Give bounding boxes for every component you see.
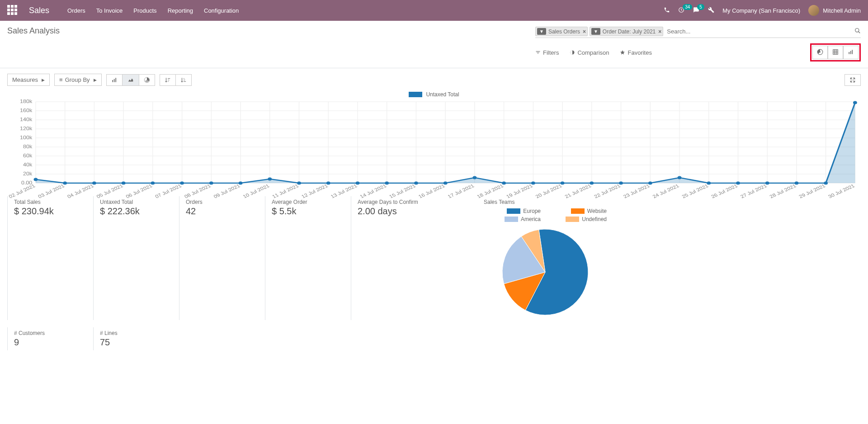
svg-text:19 Jul 2021: 19 Jul 2021 [505,183,533,199]
favorites-button[interactable]: Favorites [620,49,651,56]
kpi-total-sales: Total Sales $ 230.94k [7,196,93,320]
apps-icon[interactable] [7,5,18,16]
svg-text:80k: 80k [23,144,33,149]
dashboard-view-button[interactable] [812,46,828,59]
svg-rect-7 [850,51,851,54]
svg-text:03 Jul 2021: 03 Jul 2021 [37,183,66,199]
svg-point-83 [648,182,652,185]
search-input[interactable] [665,26,852,37]
svg-point-68 [209,182,213,185]
svg-point-69 [239,182,243,185]
svg-point-88 [795,182,799,185]
kpi-orders: Orders 42 [179,196,265,320]
company-selector[interactable]: My Company (San Francisco) [722,7,800,14]
brand-title[interactable]: Sales [29,6,49,15]
svg-point-64 [92,182,96,185]
menu-orders[interactable]: Orders [67,7,85,14]
svg-point-62 [34,178,38,181]
svg-point-86 [736,182,740,185]
pie-container: Sales Teams Europe Website America Undef… [477,196,613,320]
filter-chip-label: Order Date: July 2021 [603,28,656,35]
user-name: Mitchell Admin [823,7,861,14]
sort-desc-button[interactable] [160,74,176,86]
svg-point-71 [297,182,301,185]
phone-icon[interactable] [664,7,670,14]
svg-point-72 [326,182,330,185]
legend-swatch [409,92,422,97]
svg-text:20k: 20k [23,171,33,176]
svg-rect-11 [115,78,116,82]
svg-point-63 [63,182,67,185]
main-menu: Orders To Invoice Products Reporting Con… [67,7,239,14]
svg-point-4 [820,51,821,52]
sort-asc-button[interactable] [176,74,192,86]
svg-text:15 Jul 2021: 15 Jul 2021 [388,183,417,199]
svg-point-87 [765,182,769,185]
svg-rect-5 [833,49,838,54]
svg-text:140k: 140k [20,117,33,122]
svg-point-73 [356,182,360,185]
comparison-button[interactable]: Comparison [570,49,609,56]
svg-point-70 [268,178,272,181]
svg-text:11 Jul 2021: 11 Jul 2021 [271,183,300,199]
svg-point-66 [151,182,155,185]
svg-text:02 Jul 2021: 02 Jul 2021 [8,183,36,199]
menu-configuration[interactable]: Configuration [204,7,239,14]
line-chart-button[interactable] [123,74,139,86]
activities-icon[interactable]: 34 [678,7,684,14]
activities-badge: 34 [683,4,692,10]
svg-text:40k: 40k [23,162,33,167]
group-by-button[interactable]: ≡ Group By▶ [54,74,102,86]
filter-chip-order-date: ▼ Order Date: July 2021 × [590,27,663,36]
svg-point-84 [678,176,682,179]
main-chart: Untaxed Total 0.0020k40k60k80k100k120k14… [0,91,868,194]
filter-chip-label: Sales Orders [548,28,580,35]
svg-text:05 Jul 2021: 05 Jul 2021 [95,183,124,199]
svg-text:12 Jul 2021: 12 Jul 2021 [300,183,329,199]
user-menu[interactable]: Mitchell Admin [808,5,861,16]
graph-view-button[interactable] [843,46,859,59]
svg-text:20 Jul 2021: 20 Jul 2021 [534,183,563,199]
svg-text:30 Jul 2021: 30 Jul 2021 [827,183,856,199]
filters-button[interactable]: Filters [535,49,559,56]
svg-point-81 [590,182,594,185]
menu-to-invoice[interactable]: To Invoice [96,7,123,14]
svg-point-90 [853,101,857,104]
expand-button[interactable] [844,74,861,86]
svg-text:28 Jul 2021: 28 Jul 2021 [769,183,797,199]
svg-rect-6 [849,52,849,54]
svg-text:16 Jul 2021: 16 Jul 2021 [417,183,446,199]
svg-point-78 [502,182,506,185]
svg-text:27 Jul 2021: 27 Jul 2021 [739,183,768,199]
kpi-average-order: Average Order $ 5.5k [265,196,351,320]
svg-point-67 [180,182,184,185]
settings-tools-icon[interactable] [708,7,714,14]
top-navbar: Sales Orders To Invoice Products Reporti… [0,0,868,21]
svg-text:14 Jul 2021: 14 Jul 2021 [359,183,387,199]
kpi-untaxed-total: Untaxed Total $ 222.36k [93,196,179,320]
kpi-lines: # Lines 75 [93,327,179,350]
sort-group [160,74,192,86]
remove-filter-icon[interactable]: × [583,28,586,35]
filter-chip-sales-orders: ▼ Sales Orders × [535,27,588,36]
svg-rect-8 [852,50,853,54]
avatar [808,5,819,16]
pie-chart-button[interactable] [139,74,155,86]
measures-button[interactable]: Measures▶ [7,74,50,86]
svg-point-82 [619,182,623,185]
pie-legend: Europe Website America Undefined [484,208,607,222]
svg-text:22 Jul 2021: 22 Jul 2021 [593,183,622,199]
svg-text:13 Jul 2021: 13 Jul 2021 [330,183,358,199]
svg-text:120k: 120k [20,126,33,131]
bar-chart-button[interactable] [106,74,123,86]
remove-filter-icon[interactable]: × [658,28,661,35]
chart-type-group [106,74,155,86]
menu-reporting[interactable]: Reporting [168,7,193,14]
search-icon[interactable] [854,28,861,35]
svg-point-80 [561,182,565,185]
svg-point-76 [443,182,448,185]
menu-products[interactable]: Products [133,7,156,14]
svg-point-85 [707,182,711,185]
pivot-view-button[interactable] [828,46,843,59]
messages-icon[interactable]: 5 [693,7,700,14]
